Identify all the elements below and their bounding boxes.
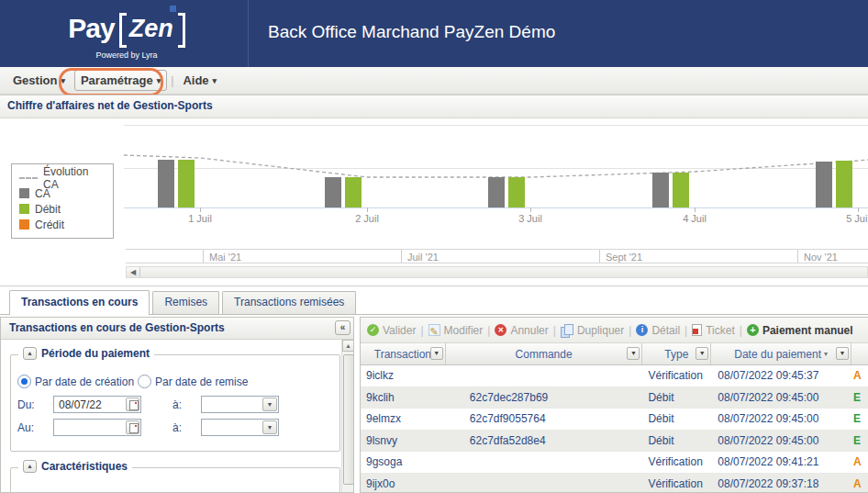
column-header-status-clipped[interactable] [851,343,868,364]
date-du-input[interactable]: 08/07/22 [53,396,141,413]
column-filter-icon[interactable]: ▼ [430,347,443,360]
navigator-tick [401,250,402,263]
logo-accent-square-icon [170,6,176,12]
x-tick-label: 4 Juil [674,213,715,224]
legend-item-credit[interactable]: Crédit [19,217,106,232]
chevron-down-icon[interactable]: ▼ [262,420,277,434]
menu-gestion[interactable]: Gestion ▾ [7,71,71,90]
time-select-2[interactable]: ▼ [201,419,279,436]
column-filter-icon[interactable]: ▼ [696,347,708,360]
x-tick-label: 1 Juil [180,213,220,224]
payzen-back-office: Pay Zen Powered by Lyra Back Office Marc… [0,0,868,493]
radio-par-date-de-remise[interactable] [138,375,151,388]
collapse-section-button[interactable]: ▲ [23,460,37,473]
tab-remises[interactable]: Remises [152,291,219,314]
transactions-toolbar: Valider | Modifier | Annuler | Dupliquer… [361,318,868,343]
table-row[interactable]: 9kclih 62c7dec287b69 Débit 08/07/2022 09… [361,387,868,409]
x-tick-label: 5 Juil [838,213,868,224]
dashed-line-icon [19,177,38,179]
logo-powered-by: Powered by Lyra [53,50,200,60]
info-circle-icon [636,324,648,336]
column-header-date-du-paiement[interactable]: Date du paiement ▾ ▼ [711,343,851,364]
logo-zen-text: Zen [127,12,178,48]
scrollbar-thumb[interactable] [343,354,354,485]
status-badge: A [851,455,868,468]
header-divider [248,0,249,67]
filter-panel-scrollbar[interactable]: ▲ [341,340,354,492]
section-title: Caractéristiques [41,460,128,473]
legend-item-debit[interactable]: Débit [19,201,106,217]
tab-transactions-en-cours[interactable]: Transactions en cours [9,290,150,315]
sort-desc-icon: ▾ [824,350,828,358]
status-badge: A [851,477,868,490]
bracket-right-icon [178,13,185,48]
scroll-left-arrow-icon[interactable]: ◀ [127,267,140,277]
bar-CA-5 Juil [816,162,832,207]
tab-transactions-remisees[interactable]: Transactions remisées [222,291,356,314]
status-badge: A [851,369,868,382]
column-header-commande[interactable]: Commande ▼ [446,343,643,364]
collapse-section-button[interactable]: ▲ [23,347,37,360]
menu-aide-label: Aide [183,73,208,87]
dupliquer-button[interactable]: Dupliquer [561,324,624,337]
table-row[interactable]: 9gsoga Vérification 08/07/2022 09:41:21 … [361,452,868,474]
x-tick [858,207,859,212]
table-row[interactable]: 9iclkz Vérification 08/07/2022 09:45:37 … [361,365,868,387]
legend-label: Crédit [35,218,64,231]
x-tick-label: 2 Juil [347,213,387,224]
paiement-manuel-button[interactable]: Paiement manuel [747,324,853,337]
legend-item-evolution-ca[interactable]: Évolution CA [19,170,106,185]
valider-button[interactable]: Valider [367,324,416,337]
menu-gestion-label: Gestion [13,73,57,87]
radio-par-date-de-creation[interactable] [17,375,31,388]
table-header-row: Transaction ▼ Commande ▼ Type ▼ Date du … [361,343,868,365]
column-header-type[interactable]: Type ▼ [642,343,711,364]
bar-CA-2 Juil [325,177,341,207]
menu-parametrage[interactable]: Paramétrage ▾ [74,70,167,91]
table-row[interactable]: 9lsnvy 62c7dfa52d8e4 Débit 08/07/2022 09… [361,431,868,453]
table-row[interactable]: 9elmzx 62c7df9055764 Débit 08/07/2022 09… [361,409,868,431]
detail-button[interactable]: Détail [636,324,680,337]
chart-panel-title: Chiffre d'affaires net de Gestion-Sports [0,95,868,118]
chart-scrollbar-thumb[interactable] [140,267,867,277]
column-filter-icon[interactable]: ▼ [627,347,640,360]
chart-gridline [124,168,868,169]
time-select-1[interactable]: ▼ [201,396,279,413]
modifier-button[interactable]: Modifier [428,324,484,337]
column-header-transaction[interactable]: Transaction ▼ [361,343,446,364]
table-row[interactable]: 9ijx0o Vérification 08/07/2022 09:37:18 … [361,474,868,493]
transactions-filter-panel: Transactions en cours de Gestion-Sports … [0,317,354,493]
logo-zen-brackets: Zen [119,12,185,48]
column-filter-icon[interactable]: ▼ [836,347,849,360]
menu-aide[interactable]: Aide ▾ [177,71,222,90]
collapse-panel-button[interactable]: « [335,320,351,335]
payzen-logo[interactable]: Pay Zen Powered by Lyra [53,6,200,62]
chevron-down-icon[interactable]: ▼ [262,398,277,411]
date-au-input[interactable] [53,419,141,436]
navigator-label: Mai '21 [209,252,241,263]
date-du-value: 08/07/22 [59,398,102,411]
x-tick-label: 3 Juil [510,213,551,224]
legend-label: Évolution CA [43,165,106,191]
navigator-tick [797,250,798,263]
navigator-label: Sept '21 [606,252,642,263]
calendar-icon[interactable] [126,398,139,411]
ticket-button[interactable]: Ticket [692,324,735,337]
pdf-icon [692,324,702,336]
bar-Débit-2 Juil [345,177,362,207]
bar-Débit-4 Juil [673,173,689,207]
pencil-icon [428,324,440,336]
annuler-button[interactable]: Annuler [495,324,548,337]
chart-x-axis [124,207,868,208]
app-header: Pay Zen Powered by Lyra Back Office Marc… [0,0,868,67]
navigator-tick [599,250,600,263]
menu-bar: Gestion ▾ Paramétrage ▾ | Aide ▾ [0,67,868,95]
scroll-up-arrow-icon[interactable]: ▲ [342,340,354,352]
status-badge: E [851,434,868,447]
radio-label-creation: Par date de création [35,375,134,388]
filter-panel-header: Transactions en cours de Gestion-Sports … [1,318,353,340]
legend-label: CA [35,187,50,200]
calendar-icon[interactable] [126,420,139,434]
bar-Débit-5 Juil [836,161,852,207]
chart-horizontal-scrollbar[interactable]: ◀ [126,266,868,278]
